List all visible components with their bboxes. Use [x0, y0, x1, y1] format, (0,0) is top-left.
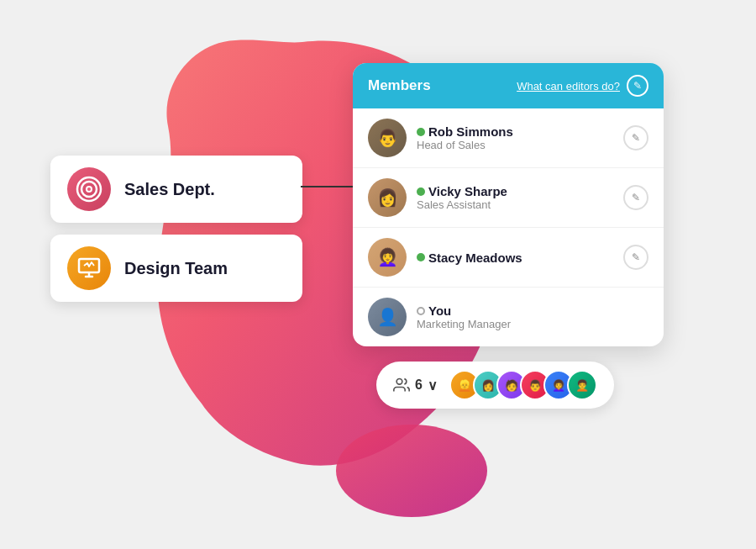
member-row-you: 👤 You Marketing Manager: [353, 288, 664, 346]
members-panel: Members What can editors do? ✎ 👨 Rob Sim…: [353, 63, 664, 346]
avatar-vicky: 👩: [368, 178, 407, 217]
member-status-name-vicky: Vicky Sharpe: [417, 184, 613, 198]
member-role-vicky: Sales Assistant: [417, 198, 613, 211]
bottom-blob: [328, 404, 496, 521]
member-status-name-stacy: Stacy Meadows: [417, 251, 613, 265]
edit-button-vicky[interactable]: ✎: [623, 185, 648, 210]
svg-point-4: [87, 187, 91, 191]
members-title: Members: [368, 77, 431, 94]
svg-point-8: [396, 379, 402, 385]
status-dot-vicky: [417, 187, 425, 196]
member-role-rob: Head of Sales: [417, 139, 613, 151]
team-cards-container: Sales Dept. Design Team: [50, 156, 302, 302]
design-team-label: Design Team: [124, 259, 228, 278]
member-info-rob: Rob Simmons Head of Sales: [417, 124, 613, 151]
members-header: Members What can editors do? ✎: [353, 63, 664, 108]
chevron-down-icon: ∨: [428, 377, 438, 393]
member-info-you: You Marketing Manager: [417, 304, 648, 330]
avatar-you: 👤: [368, 298, 407, 336]
pencil-vicky: ✎: [632, 192, 640, 203]
avatar-rob: 👨: [368, 119, 407, 157]
member-name-vicky: Vicky Sharpe: [428, 184, 507, 198]
status-dot-rob: [417, 128, 425, 136]
avatar-stack: 👱 👩 🧑 👨 👩‍🦱 🧑‍🦱: [449, 370, 597, 400]
member-row-rob: 👨 Rob Simmons Head of Sales ✎: [353, 108, 664, 168]
header-edit-button[interactable]: ✎: [627, 75, 648, 97]
pencil-stacy: ✎: [632, 251, 640, 263]
people-icon: [393, 377, 410, 393]
member-status-name-you: You: [417, 304, 648, 318]
design-team-card[interactable]: Design Team: [50, 235, 302, 302]
member-name-you: You: [428, 304, 451, 318]
design-icon: [67, 246, 111, 290]
member-role-you: Marketing Manager: [417, 318, 648, 330]
pencil-rob: ✎: [632, 132, 640, 144]
member-info-vicky: Vicky Sharpe Sales Assistant: [417, 184, 613, 211]
sales-dept-card[interactable]: Sales Dept.: [50, 156, 302, 223]
member-row-vicky: 👩 Vicky Sharpe Sales Assistant ✎: [353, 168, 664, 228]
bottom-bar: 6 ∨ 👱 👩 🧑 👨 👩‍🦱 🧑‍🦱: [376, 362, 614, 409]
sales-dept-label: Sales Dept.: [124, 180, 215, 199]
member-info-stacy: Stacy Meadows: [417, 251, 613, 265]
member-name-stacy: Stacy Meadows: [428, 251, 522, 265]
stack-avatar-6: 🧑‍🦱: [567, 370, 597, 400]
member-row-stacy: 👩‍🦱 Stacy Meadows ✎: [353, 228, 664, 288]
count-number: 6: [415, 377, 423, 393]
what-can-editors-link[interactable]: What can editors do?: [517, 80, 620, 92]
svg-point-0: [336, 425, 487, 517]
status-dot-you: [417, 307, 425, 315]
member-status-name-rob: Rob Simmons: [417, 124, 613, 139]
edit-button-rob[interactable]: ✎: [623, 125, 648, 150]
edit-button-stacy[interactable]: ✎: [623, 245, 648, 270]
sales-icon: [67, 167, 111, 211]
scene: Sales Dept. Design Team Members What can…: [0, 0, 756, 549]
member-name-rob: Rob Simmons: [428, 124, 513, 139]
members-header-right: What can editors do? ✎: [517, 75, 648, 97]
pencil-icon: ✎: [633, 80, 642, 92]
status-dot-stacy: [417, 253, 425, 261]
avatar-stacy: 👩‍🦱: [368, 238, 407, 277]
member-count[interactable]: 6 ∨: [393, 377, 438, 393]
